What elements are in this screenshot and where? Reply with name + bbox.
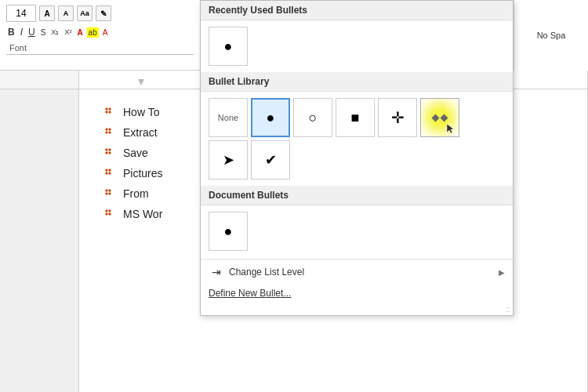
list-item-text: How To	[123, 106, 159, 118]
svg-rect-1	[441, 114, 448, 122]
list-item-icon	[103, 125, 117, 140]
recently-used-header: Recently Used Bullets	[201, 1, 513, 20]
list-item-text: MS Wor	[123, 208, 162, 220]
list-item-icon	[103, 105, 117, 119]
svg-marker-5	[108, 111, 111, 114]
underline-btn[interactable]: U	[27, 26, 37, 38]
ruler-marker	[138, 79, 144, 85]
recent-bullet-filled[interactable]: ●	[209, 27, 248, 66]
svg-marker-4	[105, 111, 108, 114]
svg-marker-8	[105, 131, 108, 134]
bullet-dropdown: Recently Used Bullets ● Bullet Library N…	[200, 0, 514, 316]
svg-marker-6	[105, 128, 108, 131]
ribbon-row1: 14 A A Aa ✎	[6, 5, 194, 22]
recently-used-section: ●	[201, 20, 513, 72]
svg-rect-0	[432, 114, 440, 122]
svg-marker-23	[108, 209, 111, 212]
four-diamond-bullet-icon	[103, 147, 116, 159]
superscript-btn[interactable]: X²	[63, 27, 73, 37]
four-diamond-bullet-icon	[103, 208, 116, 220]
svg-marker-15	[108, 169, 111, 172]
ribbon-row2: B I U S X₂ X² A ab A	[6, 26, 194, 38]
change-list-level-item[interactable]: ⇥ Change List Level ▶	[201, 261, 513, 283]
strikethrough-btn[interactable]: S	[39, 27, 48, 38]
list-item-text: Extract	[123, 126, 158, 139]
document-bullets-section: ●	[201, 205, 513, 257]
svg-marker-11	[108, 148, 111, 151]
svg-marker-14	[105, 169, 108, 172]
resize-handle: ::	[201, 303, 513, 315]
bullet-crosshair[interactable]: ✛	[378, 98, 417, 137]
svg-marker-22	[105, 209, 108, 212]
list-item-icon	[103, 146, 117, 160]
decrease-font-btn[interactable]: A	[58, 5, 74, 21]
svg-marker-7	[108, 128, 111, 131]
four-diamond-bullet-icon	[103, 167, 116, 180]
svg-marker-2	[105, 107, 108, 111]
italic-btn[interactable]: I	[19, 26, 24, 38]
no-spa-label[interactable]: No Spa	[534, 29, 569, 42]
svg-marker-18	[105, 189, 108, 192]
bold-btn[interactable]: B	[6, 26, 16, 38]
bullet-square[interactable]: ■	[336, 98, 375, 137]
four-diamond-bullet-icon	[103, 187, 116, 200]
bullet-filled[interactable]: ●	[251, 98, 290, 137]
bullet-library-section: None ● ○ ■ ✛	[201, 92, 513, 186]
list-item-icon	[103, 207, 117, 221]
bullet-diamond[interactable]	[420, 98, 459, 137]
svg-marker-21	[108, 192, 111, 195]
bullet-open[interactable]: ○	[293, 98, 332, 137]
bullet-library-grid: None ● ○ ■ ✛	[209, 98, 505, 137]
highlight-btn[interactable]: ab	[87, 27, 99, 38]
subscript-btn[interactable]: X₂	[49, 27, 60, 37]
bullet-check[interactable]: ✔	[251, 140, 290, 180]
submenu-arrow: ▶	[499, 268, 505, 277]
bullet-row2-grid: ➤ ✔	[209, 140, 505, 180]
text-color-btn[interactable]: A	[75, 27, 84, 38]
bullet-library-header: Bullet Library	[201, 72, 513, 92]
change-list-level-icon: ⇥	[209, 266, 224, 278]
svg-marker-10	[105, 148, 108, 151]
font-color-btn[interactable]: A	[101, 27, 110, 38]
define-new-bullet-label: Define New Bullet...	[209, 288, 291, 299]
change-list-level-label: Change List Level	[229, 267, 304, 278]
clear-formatting-btn[interactable]: ✎	[96, 5, 111, 21]
svg-marker-19	[108, 189, 111, 192]
svg-marker-17	[108, 172, 111, 175]
svg-marker-16	[105, 172, 108, 175]
list-item-icon	[103, 166, 117, 180]
svg-marker-12	[105, 151, 108, 154]
document-bullets-header: Document Bullets	[201, 186, 513, 205]
list-item-text: From	[123, 187, 149, 200]
svg-marker-24	[105, 212, 108, 216]
styles-area: No Spa	[514, 0, 588, 71]
doc-bullet-filled[interactable]: ●	[209, 212, 248, 251]
svg-marker-13	[108, 151, 111, 154]
font-section-label: Font	[6, 42, 194, 55]
list-item-text: Save	[123, 147, 148, 159]
ribbon: 14 A A Aa ✎ B I U S X₂ X² A ab A Font No…	[0, 0, 588, 71]
font-size-box[interactable]: 14	[6, 5, 36, 22]
list-item-icon	[103, 187, 117, 201]
svg-marker-9	[108, 131, 111, 134]
increase-font-btn[interactable]: A	[39, 5, 55, 21]
ribbon-left: 14 A A Aa ✎ B I U S X₂ X² A ab A Font	[0, 3, 200, 56]
cursor-indicator	[445, 122, 457, 135]
recently-used-grid: ●	[209, 27, 505, 66]
svg-marker-25	[108, 212, 111, 216]
svg-marker-20	[105, 192, 108, 195]
define-new-bullet-item[interactable]: Define New Bullet...	[201, 283, 513, 303]
document-bullets-grid: ●	[209, 212, 505, 251]
bullet-arrow[interactable]: ➤	[209, 140, 248, 180]
svg-marker-3	[108, 107, 111, 111]
list-item-text: Pictures	[123, 167, 163, 180]
four-diamond-bullet-icon	[103, 126, 116, 139]
case-btn[interactable]: Aa	[77, 5, 93, 21]
four-diamond-bullet-icon	[103, 106, 116, 118]
divider1	[201, 259, 513, 260]
left-margin	[0, 89, 78, 392]
bullet-none[interactable]: None	[209, 98, 248, 137]
